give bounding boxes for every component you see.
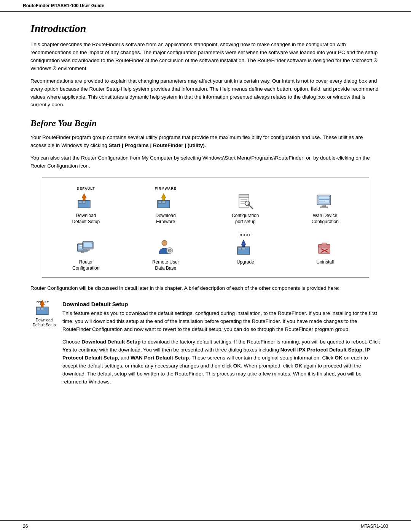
dp2-mid3: and [119,355,131,361]
uninstall-label: Uninstall [316,259,334,265]
svg-rect-2 [83,201,86,203]
svg-rect-45 [41,308,44,310]
router-config-label: RouterConfiguration [72,259,99,271]
before-you-begin-para2: You can also start the Router Configurat… [30,154,381,170]
download-firmware-icon-svg [156,193,175,209]
svg-rect-24 [81,251,84,253]
svg-marker-36 [241,240,246,247]
svg-rect-18 [320,207,328,208]
config-port-label: Configurationport setup [232,213,259,225]
icon-config-port: NONE Co [206,184,285,227]
page-footer: 26 MTASR1-100 [0,520,411,532]
header-text: RouteFinder MTASR1-100 User Guide [23,3,104,8]
svg-rect-29 [86,249,89,251]
dp2-bold4: WAN Port Default Setup [131,355,189,361]
download-firmware-label: DownloadFirmware [156,213,176,225]
page-header: RouteFinder MTASR1-100 User Guide [0,0,411,12]
download-default-side-icon-svg: DEFAULT [35,299,54,316]
download-default-para1: This feature enables you to download the… [62,310,381,334]
download-default-label: DownloadDefault Setup [72,213,100,225]
para1-post: . [205,142,206,148]
config-port-icon-svg [236,193,255,209]
dp2-pre: Choose [62,339,81,345]
icon-wan-device: NONE Wa [285,184,365,227]
dp2-bold7: OK [295,363,302,369]
wan-device-icon-svg [315,193,335,209]
para1-bold: Start | Programs | RouteFinder | (utilit… [109,142,205,148]
upgrade-icon-svg [236,239,255,256]
uninstall-icon-svg [315,239,335,256]
svg-rect-44 [37,308,40,310]
router-config-icon-svg [76,239,96,256]
download-default-icon-svg [76,193,96,209]
icon-grid: DEFAULT DownloadDefault Setup [46,184,365,273]
before-you-begin-para1: Your RouteFinder program group contains … [30,134,381,150]
icon-remote-user: NONE Remote UserData Base [126,231,206,273]
svg-rect-34 [238,248,241,250]
introduction-title: Introduction [30,22,381,35]
svg-rect-6 [162,201,165,203]
dp2-bold2: Yes [62,347,71,353]
remote-user-icon-svg [156,239,175,256]
dp2-bold1: Download Default Setup [81,339,140,345]
icon-grid-box: DEFAULT DownloadDefault Setup [42,177,369,278]
icon-download-default: DEFAULT DownloadDefault Setup [46,184,126,227]
dp2-bold5: OK [335,355,342,361]
remote-user-label: Remote UserData Base [152,259,179,271]
svg-marker-3 [82,193,86,200]
before-you-begin-title: Before You Begin [30,118,381,128]
svg-rect-39 [322,243,327,245]
svg-point-30 [162,240,167,246]
introduction-para2: Recommendations are provided to explain … [30,77,381,109]
svg-rect-9 [239,194,249,197]
icon-uninstall: NONE Uninstall [285,231,365,273]
svg-marker-7 [161,193,166,200]
upgrade-label: Upgrade [237,259,254,265]
page-container: RouteFinder MTASR1-100 User Guide Introd… [0,0,411,532]
download-default-section: DEFAULT DownloadDefault Setup Download D… [30,299,381,390]
svg-rect-17 [322,205,326,207]
icon-download-firmware: FIRMWARE DownloadFirmware [126,184,206,227]
svg-rect-1 [79,201,82,203]
dp2-mid6: . When prompted, click [241,363,295,369]
wan-device-label: Wan DeviceConfiguration [312,213,339,225]
svg-rect-5 [158,201,161,203]
svg-rect-35 [242,248,245,250]
download-default-para2: Choose Download Default Setup to downloa… [62,338,381,386]
download-default-side-icon: DEFAULT DownloadDefault Setup [30,299,58,328]
dp2-bold6: OK [233,363,241,369]
footer-product: MTASR1-100 [361,524,388,529]
svg-point-32 [168,249,171,252]
svg-rect-28 [83,242,92,248]
before-you-begin-para3: Router Configuration will be discussed i… [30,284,381,292]
dp2-mid2: to continue with the download. You will … [71,347,280,353]
download-default-title: Download Default Setup [62,301,381,307]
icon-upgrade: BOOT Upgrade [206,231,285,273]
introduction-para1: This chapter describes the RouteFinder's… [30,41,381,73]
icon-router-config: NONE [46,231,126,273]
dp2-mid1: to download the factory default settings… [141,339,380,345]
page-content: Introduction This chapter describes the … [0,12,411,520]
dp2-mid4: . These screens will contain the origina… [189,355,335,361]
footer-page-number: 26 [23,524,28,529]
